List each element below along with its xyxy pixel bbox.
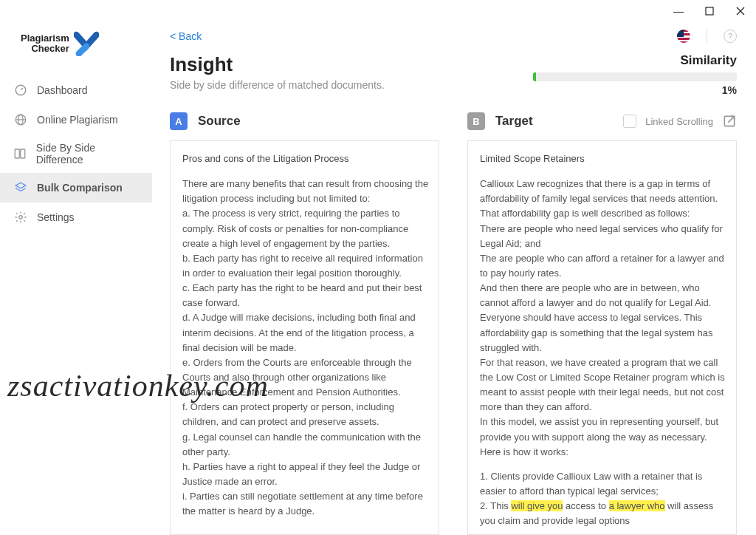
gear-icon <box>13 210 28 225</box>
sidebar-label-sidebyside: Side By Side Difference <box>36 142 139 166</box>
panel-b-badge: B <box>467 112 485 130</box>
logo-x-icon <box>74 31 99 56</box>
help-icon[interactable]: ? <box>724 30 737 43</box>
similarity-fill <box>533 72 536 81</box>
target-p2: There are people who need legal services… <box>480 222 730 251</box>
source-i: i. Parties can still negotiate settlemen… <box>182 489 433 519</box>
target-l1: 1. Clients provide Callioux Law with a r… <box>480 469 730 499</box>
back-link[interactable]: < Back <box>170 30 202 42</box>
highlight-2: a lawyer who <box>609 500 665 511</box>
logo-line1: Plagiarism <box>21 33 69 44</box>
svg-rect-5 <box>21 149 25 158</box>
gauge-icon <box>13 83 28 98</box>
svg-rect-4 <box>16 149 20 158</box>
target-l2: 2. This will give you access to a lawyer… <box>480 499 730 528</box>
separator <box>707 30 707 43</box>
page-title: Insight <box>170 53 385 76</box>
target-p3: The are people who can afford a retainer… <box>480 251 730 281</box>
panel-b-title: Target <box>495 114 533 129</box>
target-heading: Limited Scope Retainers <box>480 151 730 166</box>
target-p1: Callioux Law recognizes that there is a … <box>480 177 730 221</box>
sidebar-item-online[interactable]: Online Plagiarism <box>0 105 152 134</box>
app-logo: PlagiarismChecker <box>0 31 152 75</box>
similarity-value: 1% <box>533 84 737 96</box>
svg-point-6 <box>19 216 23 219</box>
sidebar-item-sidebyside[interactable]: Side By Side Difference <box>0 134 152 173</box>
popout-icon[interactable] <box>722 114 737 129</box>
sidebar-label-bulk: Bulk Comparison <box>37 182 123 194</box>
sidebar-item-dashboard[interactable]: Dashboard <box>0 75 152 105</box>
source-e: e. Orders from the Courts are enforceabl… <box>182 355 433 400</box>
sidebar: PlagiarismChecker Dashboard Online Plagi… <box>0 0 152 535</box>
panel-a-title: Source <box>198 114 241 129</box>
panel-a-badge: A <box>170 112 188 130</box>
source-b: b. Each party has right to receive all r… <box>182 251 433 281</box>
similarity-label: Similarity <box>533 53 737 68</box>
main-content: < Back ? Insight Side by side difference… <box>152 0 756 535</box>
sidebar-item-settings[interactable]: Settings <box>0 202 152 232</box>
source-a: a. The process is very strict, requiring… <box>182 206 433 251</box>
logo-line2: Checker <box>31 43 69 54</box>
source-c: c. Each party has the right to be heard … <box>182 281 433 310</box>
globe-icon <box>13 112 28 127</box>
target-p5: For that reason, we have created a progr… <box>480 355 730 415</box>
sidebar-label-settings: Settings <box>37 211 75 223</box>
sidebar-item-bulk[interactable]: Bulk Comparison <box>0 173 152 202</box>
source-heading: Pros and cons of the Litigation Process <box>182 151 433 166</box>
similarity-bar <box>533 72 737 81</box>
flag-us-icon[interactable] <box>677 30 690 43</box>
source-d: d. A Judge will make decisions, includin… <box>182 310 433 355</box>
source-h: h. Parties have a right to appeal if the… <box>182 460 433 489</box>
target-p6: In this model, we assist you in represen… <box>480 415 730 459</box>
source-intro: There are many benefits that can result … <box>182 177 433 206</box>
source-f: f. Orders can protect property or person… <box>182 400 433 429</box>
linked-scrolling-label: Linked Scrolling <box>645 116 713 127</box>
linked-scrolling-checkbox[interactable] <box>623 115 636 128</box>
sidebar-label-online: Online Plagiarism <box>37 114 118 126</box>
columns-icon <box>13 146 27 161</box>
target-p4: And then there are people who are in bet… <box>480 281 730 355</box>
sidebar-label-dashboard: Dashboard <box>37 84 88 96</box>
source-g: g. Legal counsel can handle the communic… <box>182 430 433 460</box>
page-subtitle: Side by side difference of matched docum… <box>170 79 385 91</box>
target-document[interactable]: Limited Scope Retainers Callioux Law rec… <box>467 140 737 535</box>
highlight-1: will give you <box>511 500 563 511</box>
source-document[interactable]: Pros and cons of the Litigation Process … <box>170 140 439 535</box>
layers-icon <box>13 180 28 195</box>
